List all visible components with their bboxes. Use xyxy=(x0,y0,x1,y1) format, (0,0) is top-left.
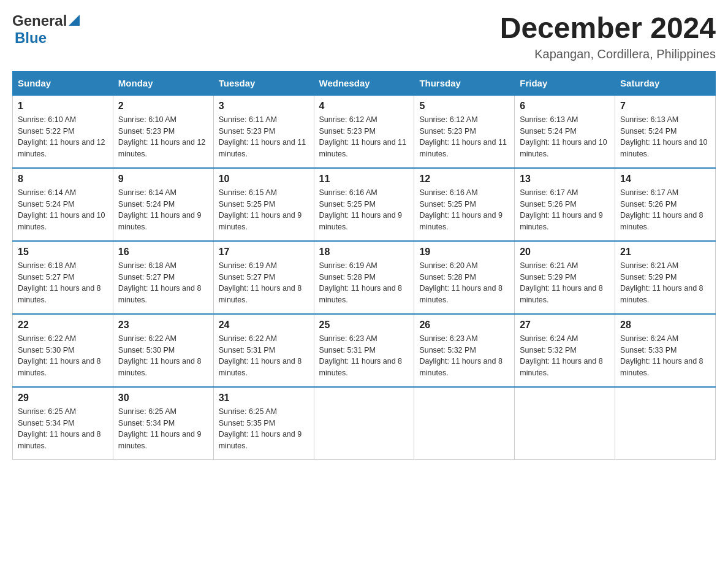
day-number: 5 xyxy=(419,101,509,112)
calendar-cell: 2Sunrise: 6:10 AMSunset: 5:23 PMDaylight… xyxy=(113,95,213,168)
day-number: 16 xyxy=(118,247,208,258)
day-number: 8 xyxy=(18,174,108,185)
day-header-tuesday: Tuesday xyxy=(213,71,314,95)
day-info: Sunrise: 6:15 AMSunset: 5:25 PMDaylight:… xyxy=(219,187,309,233)
day-info: Sunrise: 6:21 AMSunset: 5:29 PMDaylight:… xyxy=(520,260,610,306)
month-title: December 2024 xyxy=(500,12,716,45)
logo-blue-text: Blue xyxy=(15,29,47,47)
day-info: Sunrise: 6:18 AMSunset: 5:27 PMDaylight:… xyxy=(118,260,208,306)
day-info: Sunrise: 6:13 AMSunset: 5:24 PMDaylight:… xyxy=(620,114,710,160)
day-number: 20 xyxy=(520,247,610,258)
day-header-sunday: Sunday xyxy=(13,71,113,95)
logo-general-text: General xyxy=(12,12,67,29)
day-header-monday: Monday xyxy=(113,71,213,95)
calendar-cell: 6Sunrise: 6:13 AMSunset: 5:24 PMDaylight… xyxy=(515,95,615,168)
day-number: 21 xyxy=(620,247,710,258)
day-info: Sunrise: 6:10 AMSunset: 5:23 PMDaylight:… xyxy=(118,114,208,160)
day-number: 15 xyxy=(18,247,108,258)
day-number: 24 xyxy=(219,320,309,331)
day-info: Sunrise: 6:12 AMSunset: 5:23 PMDaylight:… xyxy=(319,114,409,160)
calendar-table: SundayMondayTuesdayWednesdayThursdayFrid… xyxy=(12,71,716,460)
day-info: Sunrise: 6:14 AMSunset: 5:24 PMDaylight:… xyxy=(118,187,208,233)
day-info: Sunrise: 6:23 AMSunset: 5:31 PMDaylight:… xyxy=(319,333,409,379)
calendar-cell: 12Sunrise: 6:16 AMSunset: 5:25 PMDayligh… xyxy=(414,168,515,241)
day-info: Sunrise: 6:23 AMSunset: 5:32 PMDaylight:… xyxy=(419,333,509,379)
day-number: 30 xyxy=(118,393,208,404)
day-number: 23 xyxy=(118,320,208,331)
svg-marker-0 xyxy=(69,15,80,26)
day-number: 29 xyxy=(18,393,108,404)
calendar-cell: 10Sunrise: 6:15 AMSunset: 5:25 PMDayligh… xyxy=(213,168,314,241)
day-info: Sunrise: 6:17 AMSunset: 5:26 PMDaylight:… xyxy=(520,187,610,233)
day-info: Sunrise: 6:18 AMSunset: 5:27 PMDaylight:… xyxy=(18,260,108,306)
day-number: 19 xyxy=(419,247,509,258)
calendar-cell: 15Sunrise: 6:18 AMSunset: 5:27 PMDayligh… xyxy=(13,241,113,314)
day-number: 3 xyxy=(219,101,309,112)
calendar-cell xyxy=(314,387,414,460)
day-info: Sunrise: 6:16 AMSunset: 5:25 PMDaylight:… xyxy=(319,187,409,233)
calendar-cell: 27Sunrise: 6:24 AMSunset: 5:32 PMDayligh… xyxy=(515,314,615,387)
day-info: Sunrise: 6:24 AMSunset: 5:32 PMDaylight:… xyxy=(520,333,610,379)
day-info: Sunrise: 6:21 AMSunset: 5:29 PMDaylight:… xyxy=(620,260,710,306)
day-number: 31 xyxy=(219,393,309,404)
calendar-cell: 1Sunrise: 6:10 AMSunset: 5:22 PMDaylight… xyxy=(13,95,113,168)
calendar-week-row: 1Sunrise: 6:10 AMSunset: 5:22 PMDaylight… xyxy=(13,95,716,168)
day-number: 22 xyxy=(18,320,108,331)
calendar-week-row: 22Sunrise: 6:22 AMSunset: 5:30 PMDayligh… xyxy=(13,314,716,387)
day-info: Sunrise: 6:22 AMSunset: 5:31 PMDaylight:… xyxy=(219,333,309,379)
day-info: Sunrise: 6:25 AMSunset: 5:35 PMDaylight:… xyxy=(219,406,309,452)
calendar-week-row: 15Sunrise: 6:18 AMSunset: 5:27 PMDayligh… xyxy=(13,241,716,314)
day-header-friday: Friday xyxy=(515,71,615,95)
day-number: 14 xyxy=(620,174,710,185)
calendar-cell: 17Sunrise: 6:19 AMSunset: 5:27 PMDayligh… xyxy=(213,241,314,314)
calendar-cell xyxy=(515,387,615,460)
calendar-cell: 8Sunrise: 6:14 AMSunset: 5:24 PMDaylight… xyxy=(13,168,113,241)
day-number: 18 xyxy=(319,247,409,258)
day-info: Sunrise: 6:10 AMSunset: 5:22 PMDaylight:… xyxy=(18,114,108,160)
day-number: 28 xyxy=(620,320,710,331)
calendar-cell: 26Sunrise: 6:23 AMSunset: 5:32 PMDayligh… xyxy=(414,314,515,387)
day-number: 11 xyxy=(319,174,409,185)
calendar-cell: 19Sunrise: 6:20 AMSunset: 5:28 PMDayligh… xyxy=(414,241,515,314)
day-number: 6 xyxy=(520,101,610,112)
calendar-cell: 31Sunrise: 6:25 AMSunset: 5:35 PMDayligh… xyxy=(213,387,314,460)
day-header-wednesday: Wednesday xyxy=(314,71,414,95)
calendar-cell: 16Sunrise: 6:18 AMSunset: 5:27 PMDayligh… xyxy=(113,241,213,314)
day-info: Sunrise: 6:25 AMSunset: 5:34 PMDaylight:… xyxy=(118,406,208,452)
calendar-cell: 4Sunrise: 6:12 AMSunset: 5:23 PMDaylight… xyxy=(314,95,414,168)
day-number: 12 xyxy=(419,174,509,185)
calendar-header-row: SundayMondayTuesdayWednesdayThursdayFrid… xyxy=(13,71,716,95)
calendar-cell: 25Sunrise: 6:23 AMSunset: 5:31 PMDayligh… xyxy=(314,314,414,387)
day-number: 13 xyxy=(520,174,610,185)
day-number: 9 xyxy=(118,174,208,185)
logo-triangle-icon xyxy=(69,15,80,26)
day-info: Sunrise: 6:12 AMSunset: 5:23 PMDaylight:… xyxy=(419,114,509,160)
day-info: Sunrise: 6:14 AMSunset: 5:24 PMDaylight:… xyxy=(18,187,108,233)
calendar-cell: 28Sunrise: 6:24 AMSunset: 5:33 PMDayligh… xyxy=(615,314,716,387)
calendar-cell: 22Sunrise: 6:22 AMSunset: 5:30 PMDayligh… xyxy=(13,314,113,387)
day-info: Sunrise: 6:25 AMSunset: 5:34 PMDaylight:… xyxy=(18,406,108,452)
day-info: Sunrise: 6:13 AMSunset: 5:24 PMDaylight:… xyxy=(520,114,610,160)
calendar-cell xyxy=(615,387,716,460)
calendar-cell: 14Sunrise: 6:17 AMSunset: 5:26 PMDayligh… xyxy=(615,168,716,241)
day-info: Sunrise: 6:11 AMSunset: 5:23 PMDaylight:… xyxy=(219,114,309,160)
day-info: Sunrise: 6:16 AMSunset: 5:25 PMDaylight:… xyxy=(419,187,509,233)
day-number: 10 xyxy=(219,174,309,185)
day-info: Sunrise: 6:17 AMSunset: 5:26 PMDaylight:… xyxy=(620,187,710,233)
page-header: General Blue December 2024 Kapangan, Cor… xyxy=(12,12,716,61)
calendar-week-row: 29Sunrise: 6:25 AMSunset: 5:34 PMDayligh… xyxy=(13,387,716,460)
location-subtitle: Kapangan, Cordillera, Philippines xyxy=(500,47,716,61)
calendar-cell: 21Sunrise: 6:21 AMSunset: 5:29 PMDayligh… xyxy=(615,241,716,314)
calendar-cell: 23Sunrise: 6:22 AMSunset: 5:30 PMDayligh… xyxy=(113,314,213,387)
day-number: 7 xyxy=(620,101,710,112)
calendar-cell: 13Sunrise: 6:17 AMSunset: 5:26 PMDayligh… xyxy=(515,168,615,241)
day-info: Sunrise: 6:19 AMSunset: 5:28 PMDaylight:… xyxy=(319,260,409,306)
calendar-cell xyxy=(414,387,515,460)
day-number: 17 xyxy=(219,247,309,258)
day-number: 27 xyxy=(520,320,610,331)
day-number: 26 xyxy=(419,320,509,331)
calendar-cell: 18Sunrise: 6:19 AMSunset: 5:28 PMDayligh… xyxy=(314,241,414,314)
calendar-cell: 5Sunrise: 6:12 AMSunset: 5:23 PMDaylight… xyxy=(414,95,515,168)
calendar-cell: 7Sunrise: 6:13 AMSunset: 5:24 PMDaylight… xyxy=(615,95,716,168)
day-header-saturday: Saturday xyxy=(615,71,716,95)
